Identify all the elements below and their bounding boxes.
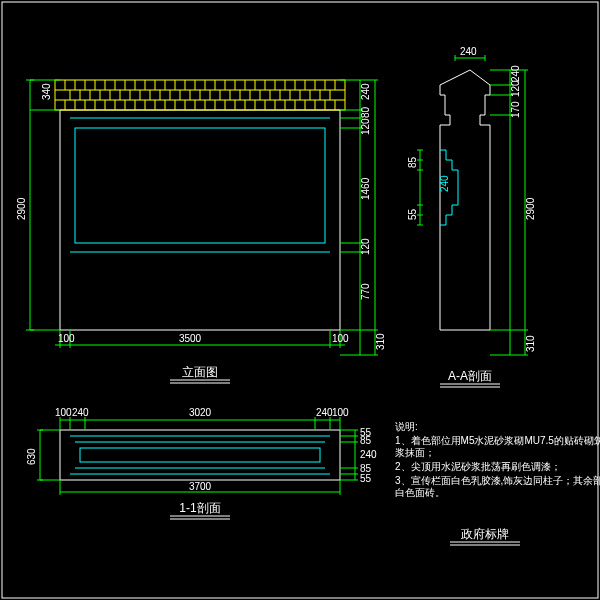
aa-top240: 240 bbox=[460, 46, 477, 57]
aa-mid240: 240 bbox=[439, 175, 450, 192]
elevation-view: 2900 340 240 80 120 1460 120 770 310 bbox=[16, 80, 386, 383]
s11-3700: 3700 bbox=[189, 481, 212, 492]
dim-310: 310 bbox=[375, 333, 386, 350]
dim-3500: 3500 bbox=[179, 333, 202, 344]
dim-r100: 100 bbox=[332, 333, 349, 344]
aa-s1: 85 bbox=[407, 156, 418, 168]
svg-rect-134 bbox=[60, 430, 340, 480]
dim-770: 770 bbox=[360, 283, 371, 300]
item-title: 政府标牌 bbox=[461, 527, 509, 541]
aa-s2: 55 bbox=[407, 208, 418, 220]
notes-heading: 说明: bbox=[395, 421, 418, 432]
notes-l3b: 白色面砖。 bbox=[395, 487, 445, 498]
dim-l100: 100 bbox=[58, 333, 75, 344]
s11-t5: 55 bbox=[360, 473, 372, 484]
drawing-canvas: 2900 340 240 80 120 1460 120 770 310 bbox=[0, 0, 600, 600]
aa-170: 170 bbox=[510, 101, 521, 118]
dim-240: 240 bbox=[360, 83, 371, 100]
s11-t2: 85 bbox=[360, 435, 372, 446]
section-aa-title: A-A剖面 bbox=[448, 369, 492, 383]
aa-120: 120 bbox=[510, 80, 521, 97]
svg-rect-0 bbox=[60, 110, 340, 330]
dim-120b: 120 bbox=[360, 238, 371, 255]
notes-block: 说明: 1、着色部位用M5水泥砂浆砌MU7.5的贴砖砌筑，用水泥砂 浆抹面； 2… bbox=[395, 421, 600, 545]
dim-left bbox=[26, 80, 60, 330]
notes-l1b: 浆抹面； bbox=[395, 447, 435, 458]
dim-right bbox=[340, 80, 378, 355]
s11-e1b: 100 bbox=[332, 407, 349, 418]
notes-l3: 3、宣传栏面白色乳胶漆,饰灰边同柱子；其余部位同 bbox=[395, 475, 600, 486]
s11-t3: 240 bbox=[360, 449, 377, 460]
dim-120a: 120 bbox=[360, 118, 371, 135]
s11-630: 630 bbox=[26, 448, 37, 465]
notes-l2: 2、尖顶用水泥砂浆批荡再刷色调漆； bbox=[395, 461, 561, 472]
section-aa-view: 240 120 170 2900 310 85 55 240 240 A-A剖面 bbox=[407, 46, 536, 387]
aa-310: 310 bbox=[525, 335, 536, 352]
dim-1460: 1460 bbox=[360, 177, 371, 200]
section-11-view: 630 55 85 240 85 55 100 240 3020 240 100 bbox=[26, 407, 377, 519]
section-11-title: 1-1剖面 bbox=[179, 501, 220, 515]
aa-2900: 2900 bbox=[525, 197, 536, 220]
s11-3020: 3020 bbox=[189, 407, 212, 418]
s11-e2a: 240 bbox=[72, 407, 89, 418]
dim-top-cap: 340 bbox=[41, 83, 52, 100]
s11-e1a: 100 bbox=[55, 407, 72, 418]
s11-e2b: 240 bbox=[316, 407, 333, 418]
dim-80: 80 bbox=[360, 106, 371, 118]
elevation-title: 立面图 bbox=[182, 365, 218, 379]
dim-height-total: 2900 bbox=[16, 197, 27, 220]
svg-rect-137 bbox=[80, 448, 320, 462]
svg-rect-88 bbox=[75, 128, 325, 243]
notes-l1: 1、着色部位用M5水泥砂浆砌MU7.5的贴砖砌筑，用水泥砂 bbox=[395, 435, 600, 446]
aa-240: 240 bbox=[510, 65, 521, 82]
